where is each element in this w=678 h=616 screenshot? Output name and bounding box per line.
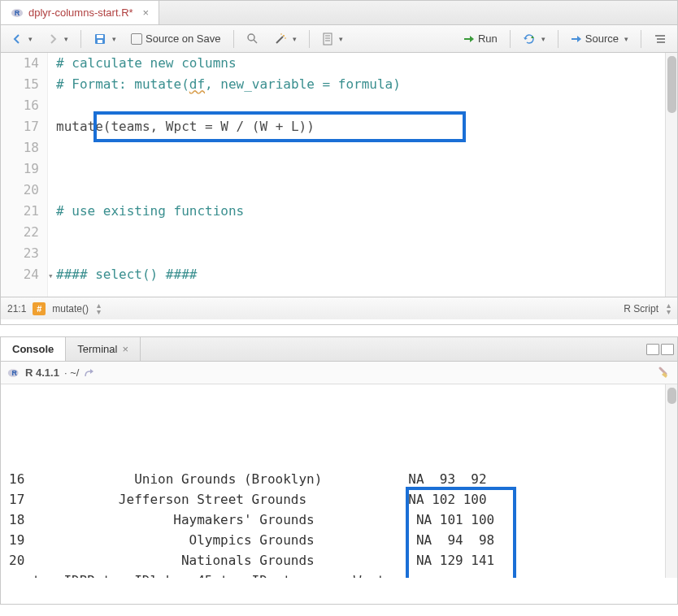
r-logo-icon: R (7, 367, 20, 380)
close-icon[interactable]: × (143, 7, 150, 19)
line-number: 19 (1, 158, 39, 180)
console-output[interactable]: 16 Union Grounds (Brooklyn) NA 93 9217 J… (1, 384, 677, 578)
separator (510, 30, 511, 48)
code-line[interactable]: # calculate new columns (56, 53, 401, 74)
vertical-scrollbar[interactable] (665, 53, 677, 297)
vertical-scrollbar[interactable] (665, 384, 677, 578)
goto-dir-icon[interactable] (84, 368, 95, 378)
working-dir[interactable]: · ~/ (64, 367, 79, 379)
line-number: 22 (1, 222, 39, 243)
source-on-save-checkbox[interactable]: Source on Save (125, 29, 227, 48)
sort-icon: ▴▾ (97, 302, 101, 315)
source-pane: R dplyr-columns-start.R* × Source on Sav… (0, 0, 678, 325)
svg-line-7 (276, 37, 283, 43)
editor-tab[interactable]: R dplyr-columns-start.R* × (1, 1, 159, 24)
svg-point-5 (248, 34, 254, 41)
minimize-pane-icon[interactable] (646, 344, 659, 355)
r-file-icon: R (11, 7, 24, 20)
code-editor[interactable]: 1415161718192021222324 # calculate new c… (1, 53, 677, 297)
svg-line-6 (254, 40, 257, 43)
console-tabbar: Console Terminal × (1, 337, 677, 362)
scrollbar-thumb[interactable] (667, 56, 676, 113)
run-label: Run (478, 33, 498, 45)
source-label: Source (585, 33, 619, 45)
console-line: 18 Haymakers' Grounds NA 101 100 (9, 510, 669, 530)
svg-rect-3 (97, 35, 103, 38)
code-line[interactable] (56, 243, 401, 264)
code-line[interactable] (56, 180, 401, 201)
clear-console-icon[interactable] (656, 366, 671, 380)
line-number: 23 (1, 243, 39, 264)
line-number: 24 (1, 264, 39, 285)
tab-terminal-label: Terminal (77, 343, 117, 355)
source-on-save-label: Source on Save (146, 33, 221, 45)
editor-statusbar: 21:1 # mutate() ▴▾ R Script ▴▾ (1, 297, 677, 319)
r-version: R 4.1.1 (25, 367, 59, 379)
svg-point-10 (285, 37, 286, 39)
line-number: 20 (1, 180, 39, 201)
console-line: 16 Union Grounds (Brooklyn) NA 93 92 (9, 469, 669, 489)
tab-console-label: Console (12, 343, 54, 355)
fold-icon[interactable]: ▾ (48, 266, 56, 287)
language-label[interactable]: R Script (624, 303, 658, 315)
checkbox-icon (131, 33, 142, 45)
maximize-pane-icon[interactable] (661, 344, 674, 355)
report-button[interactable] (316, 29, 349, 49)
separator (641, 30, 641, 48)
cursor-position: 21:1 (7, 303, 26, 315)
svg-point-8 (283, 35, 285, 37)
console-line: 20 Nationals Grounds NA 129 141 (9, 550, 669, 570)
line-number: 14 (1, 53, 39, 74)
save-button[interactable] (88, 29, 122, 49)
back-button[interactable] (6, 30, 38, 48)
code-line[interactable]: # use existing functions (56, 201, 401, 222)
svg-text:R: R (12, 369, 18, 377)
separator (309, 30, 310, 48)
line-number: 21 (1, 201, 39, 222)
separator (233, 30, 234, 48)
separator (80, 30, 81, 48)
outline-button[interactable] (648, 30, 672, 48)
console-line: 19 Olympics Grounds NA 94 98 (9, 530, 669, 550)
console-line: teamIDBR teamIDlahman45 teamIDretro Wpct (9, 570, 669, 578)
tab-console[interactable]: Console (1, 337, 66, 361)
forward-button[interactable] (41, 30, 74, 48)
close-icon[interactable]: × (122, 343, 128, 355)
scope-label[interactable]: mutate() (52, 303, 89, 315)
code-line[interactable] (56, 222, 401, 243)
scrollbar-thumb[interactable] (667, 388, 676, 404)
code-line[interactable] (56, 158, 401, 180)
code-line[interactable]: ▾#### select() #### (56, 264, 401, 287)
separator (558, 30, 558, 48)
svg-rect-4 (98, 40, 102, 43)
sort-icon: ▴▾ (667, 302, 671, 315)
console-line: 17 Jefferson Street Grounds NA 102 100 (9, 489, 669, 510)
wand-button[interactable] (268, 29, 302, 49)
line-number: 16 (1, 95, 39, 116)
source-button[interactable]: Source (565, 29, 634, 48)
editor-toolbar: Source on Save Run Source (1, 25, 677, 53)
editor-tabbar: R dplyr-columns-start.R* × (1, 1, 677, 25)
code-line[interactable]: # Format: mutate(df, new_variable = form… (56, 74, 401, 95)
tab-title: dplyr-columns-start.R* (28, 7, 133, 19)
pane-controls (646, 344, 677, 355)
code-line[interactable] (56, 95, 401, 116)
code-line[interactable]: mutate(teams, Wpct = W / (W + L)) (56, 116, 401, 137)
svg-text:R: R (15, 9, 20, 17)
code-area[interactable]: # calculate new columns# Format: mutate(… (48, 53, 401, 297)
run-button[interactable]: Run (458, 29, 503, 48)
console-pane: Console Terminal × R R 4.1.1 · ~/ 16 Uni… (0, 336, 678, 605)
scope-chip-icon: # (33, 302, 46, 315)
svg-rect-11 (324, 33, 332, 45)
rerun-button[interactable] (517, 30, 551, 48)
find-button[interactable] (241, 29, 265, 49)
code-line[interactable] (56, 137, 401, 158)
line-number: 17 (1, 116, 39, 137)
line-gutter: 1415161718192021222324 (1, 53, 48, 297)
console-header: R R 4.1.1 · ~/ (1, 362, 677, 384)
line-number: 15 (1, 74, 39, 95)
line-number: 18 (1, 137, 39, 158)
svg-point-9 (280, 33, 282, 35)
tab-terminal[interactable]: Terminal × (66, 337, 141, 361)
